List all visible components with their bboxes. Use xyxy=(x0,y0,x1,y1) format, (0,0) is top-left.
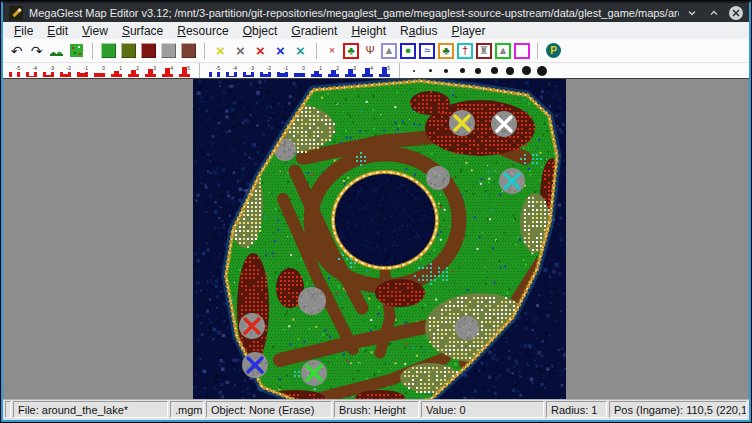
radius-1-icon[interactable] xyxy=(408,64,420,77)
gradient-brush--2-icon[interactable]: -2 xyxy=(259,64,272,77)
toolbar-separator xyxy=(199,63,200,79)
svg-text:-3: -3 xyxy=(250,65,255,71)
titlebar[interactable]: MegaGlest Map Editor v3.12; /mnt/3-parti… xyxy=(3,3,749,22)
svg-text:-1: -1 xyxy=(284,65,289,71)
surface-ground-icon[interactable] xyxy=(180,42,197,59)
toolbar-separator xyxy=(92,43,93,59)
object-big-rock-icon[interactable]: ▲ xyxy=(495,43,511,59)
svg-text:-4: -4 xyxy=(33,65,38,71)
resource-custom2-icon[interactable]: × xyxy=(272,42,289,59)
object-stone-icon[interactable]: ▲ xyxy=(381,43,397,59)
toolbar-separator xyxy=(204,43,205,59)
resource-custom1-icon[interactable]: × xyxy=(252,42,269,59)
height-brush-4-icon[interactable]: 4 xyxy=(161,64,174,77)
radius-6-icon[interactable] xyxy=(488,64,500,77)
object-bush-icon[interactable]: ● xyxy=(400,43,416,59)
height-brush--1-icon[interactable]: -1 xyxy=(76,64,89,77)
statusbar: File: around_the_lake*.mgmObject: None (… xyxy=(3,399,749,420)
terrain-hills-icon[interactable] xyxy=(48,42,65,59)
gradient-brush-5-icon[interactable]: 5 xyxy=(378,64,391,77)
status-spacer xyxy=(5,401,11,418)
menu-gradient[interactable]: Gradient xyxy=(284,23,344,39)
menu-edit[interactable]: Edit xyxy=(40,23,75,39)
height-brush--4-icon[interactable]: -4 xyxy=(25,64,38,77)
height-brush--2-icon[interactable]: -2 xyxy=(59,64,72,77)
height-brush-5-icon[interactable]: 5 xyxy=(178,64,191,77)
toolbar-separator xyxy=(316,43,317,59)
map-canvas[interactable] xyxy=(193,79,566,399)
undo-icon[interactable]: ↶ xyxy=(8,42,25,59)
gradient-brush-0-icon[interactable]: 0 xyxy=(293,64,306,77)
player-position-icon[interactable]: P xyxy=(545,42,562,59)
object-big-tree-icon[interactable]: ♣ xyxy=(438,43,454,59)
height-brush--3-icon[interactable]: -3 xyxy=(42,64,55,77)
menu-view[interactable]: View xyxy=(75,23,115,39)
surface-road-icon[interactable] xyxy=(140,42,157,59)
close-icon[interactable] xyxy=(729,6,743,20)
status-brush: Brush: Height xyxy=(334,401,419,418)
gradient-brush--4-icon[interactable]: -4 xyxy=(225,64,238,77)
object-erase-icon[interactable]: × xyxy=(324,43,340,59)
object-tree-icon[interactable]: ♣ xyxy=(343,43,359,59)
menu-player[interactable]: Player xyxy=(444,23,492,39)
minimize-icon[interactable] xyxy=(685,6,699,20)
menu-resource[interactable]: Resource xyxy=(170,23,235,39)
radius-4-icon[interactable] xyxy=(456,64,468,77)
surface-secondary-grass-icon[interactable] xyxy=(120,42,137,59)
svg-text:3: 3 xyxy=(353,65,356,71)
object-hanged-icon[interactable]: † xyxy=(457,43,473,59)
gradient-brush-1-icon[interactable]: 1 xyxy=(310,64,323,77)
svg-text:0: 0 xyxy=(102,65,105,71)
radius-2-icon[interactable] xyxy=(424,64,436,77)
height-brush--5-icon[interactable]: -5 xyxy=(8,64,21,77)
height-brush-2-icon[interactable]: 2 xyxy=(127,64,140,77)
svg-text:2: 2 xyxy=(136,65,139,71)
resource-gold-icon[interactable]: × xyxy=(212,42,229,59)
svg-text:5: 5 xyxy=(187,65,190,71)
window-controls xyxy=(685,6,743,20)
radius-7-icon[interactable] xyxy=(504,64,516,77)
status-pos: Pos (Ingame): 110,5 (220,10) xyxy=(609,401,747,418)
svg-text:2: 2 xyxy=(336,65,339,71)
menu-object[interactable]: Object xyxy=(236,23,285,39)
resource-stone-icon[interactable]: × xyxy=(232,42,249,59)
menu-file[interactable]: File xyxy=(7,23,40,39)
menu-height[interactable]: Height xyxy=(344,23,393,39)
gradient-brush--1-icon[interactable]: -1 xyxy=(276,64,289,77)
brush-toolbar: -5-4-3-2-1012345-5-4-3-2-1012345 xyxy=(3,63,749,78)
svg-text:-2: -2 xyxy=(67,65,72,71)
radius-5-icon[interactable] xyxy=(472,64,484,77)
gradient-brush-2-icon[interactable]: 2 xyxy=(327,64,340,77)
radius-3-icon[interactable] xyxy=(440,64,452,77)
height-brush-1-icon[interactable]: 1 xyxy=(110,64,123,77)
svg-text:5: 5 xyxy=(387,65,390,71)
height-brush-0-icon[interactable]: 0 xyxy=(93,64,106,77)
gradient-brush--3-icon[interactable]: -3 xyxy=(242,64,255,77)
height-brush-3-icon[interactable]: 3 xyxy=(144,64,157,77)
svg-text:3: 3 xyxy=(153,65,156,71)
svg-text:0: 0 xyxy=(302,65,305,71)
object-invisible-blocking-icon[interactable] xyxy=(514,43,530,59)
map-viewport[interactable] xyxy=(3,78,749,399)
redo-icon[interactable]: ↷ xyxy=(28,42,45,59)
svg-text:1: 1 xyxy=(319,65,322,71)
radius-8-icon[interactable] xyxy=(520,64,532,77)
svg-text:-5: -5 xyxy=(16,65,21,71)
surface-grass-icon[interactable] xyxy=(100,42,117,59)
window-frame: MegaGlest Map Editor v3.12; /mnt/3-parti… xyxy=(0,0,752,423)
maximize-icon[interactable] xyxy=(707,6,721,20)
object-water-object-icon[interactable]: ≈ xyxy=(419,43,435,59)
object-dead-tree-icon[interactable]: Ψ xyxy=(362,43,378,59)
menu-radius[interactable]: Radius xyxy=(393,23,444,39)
menu-surface[interactable]: Surface xyxy=(115,23,170,39)
object-statue-icon[interactable]: ♜ xyxy=(476,43,492,59)
svg-text:4: 4 xyxy=(370,65,373,71)
radius-9-icon[interactable] xyxy=(536,64,548,77)
gradient-brush-3-icon[interactable]: 3 xyxy=(344,64,357,77)
gradient-brush-4-icon[interactable]: 4 xyxy=(361,64,374,77)
status-ext: .mgm xyxy=(170,401,204,418)
resource-custom3-icon[interactable]: × xyxy=(292,42,309,59)
terrain-grass-icon[interactable] xyxy=(68,42,85,59)
surface-stone-icon[interactable] xyxy=(160,42,177,59)
gradient-brush--5-icon[interactable]: -5 xyxy=(208,64,221,77)
